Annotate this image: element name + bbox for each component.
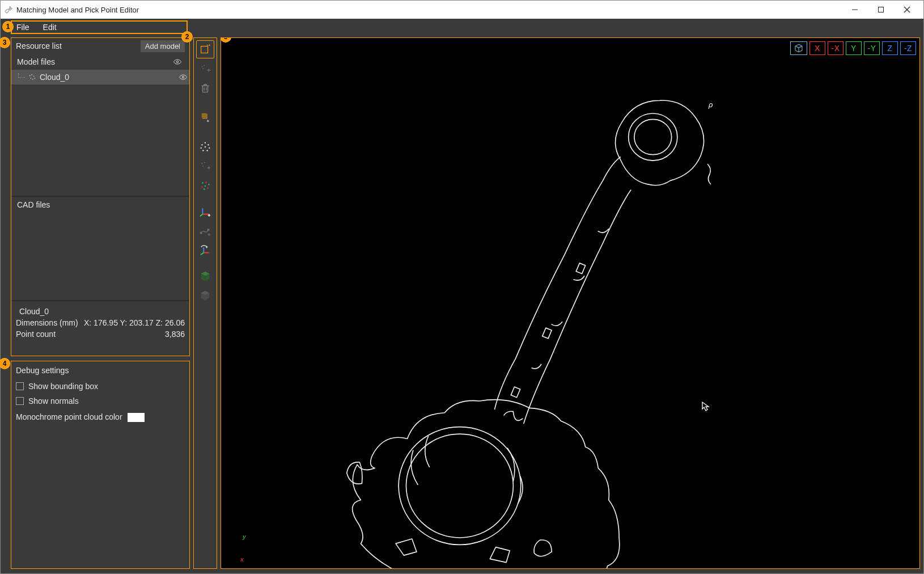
svg-point-6 [31, 74, 32, 75]
svg-rect-24 [202, 86, 207, 92]
svg-point-31 [205, 146, 206, 147]
tree-item-label: Cloud_0 [40, 73, 69, 82]
visibility-icon[interactable] [177, 73, 189, 82]
debug-title: Debug settings [16, 366, 185, 375]
svg-point-11 [182, 76, 184, 78]
show-normals-checkbox[interactable] [16, 397, 24, 405]
svg-point-35 [201, 163, 202, 164]
svg-rect-26 [202, 113, 206, 117]
rectangle-select-tool[interactable] [196, 40, 214, 58]
svg-point-44 [207, 187, 209, 189]
svg-point-43 [204, 188, 205, 190]
orient-frame-tool[interactable] [196, 241, 214, 259]
svg-point-4 [176, 61, 178, 62]
cad-files-section[interactable]: CAD files [11, 197, 189, 213]
dimensions-label: Dimensions (mm) [16, 318, 78, 327]
point-cloud-tool[interactable] [196, 138, 214, 156]
svg-point-45 [200, 232, 202, 234]
svg-point-48 [406, 434, 513, 538]
svg-point-21 [202, 66, 203, 67]
show-bbox-checkbox[interactable] [16, 382, 24, 390]
resource-list-title: Resource list [16, 41, 62, 50]
svg-point-47 [399, 427, 521, 545]
svg-point-28 [201, 144, 202, 145]
show-normals-label: Show normals [28, 396, 79, 406]
minimize-button[interactable] [842, 1, 868, 19]
callout-3: 3 [0, 37, 10, 48]
mono-color-label: Monochrome point cloud color [16, 412, 122, 421]
callout-1: 1 [2, 21, 14, 32]
point-count-label: Point count [16, 330, 56, 339]
window-title: Matching Model and Pick Point Editor [16, 6, 842, 14]
debug-panel: 4 Debug settings Show bounding box Show … [11, 361, 190, 569]
svg-point-8 [31, 78, 32, 79]
svg-point-40 [208, 184, 210, 185]
resource-panel: 3 Resource list Add model Model files [11, 37, 190, 356]
svg-point-10 [35, 78, 36, 79]
viewport[interactable]: 5 X -X Y -Y Z -Z [221, 37, 920, 569]
model-files-label: Model files [17, 57, 55, 66]
svg-point-46 [207, 229, 209, 231]
add-tool-disabled [196, 60, 214, 78]
cursor-icon [701, 401, 711, 411]
model-files-section[interactable]: Model files [11, 54, 189, 70]
svg-point-34 [206, 150, 207, 151]
svg-point-9 [32, 79, 33, 80]
point-count-value: 3,836 [165, 330, 185, 339]
svg-point-19 [209, 44, 210, 45]
selected-model-name: Cloud_0 [19, 307, 49, 316]
add-path-tool [196, 222, 214, 240]
toolbar: 2 [193, 37, 217, 569]
svg-point-27 [205, 142, 206, 143]
visibility-icon[interactable] [171, 57, 184, 66]
point-cloud-icon [28, 73, 36, 81]
mono-color-swatch[interactable] [128, 413, 145, 422]
svg-point-7 [33, 75, 35, 77]
show-bbox-label: Show bounding box [28, 382, 98, 391]
delete-tool[interactable] [196, 79, 214, 97]
callout-4: 4 [0, 358, 10, 369]
svg-point-29 [207, 144, 209, 145]
close-button[interactable] [894, 1, 920, 19]
add-model-tool[interactable] [196, 105, 214, 130]
svg-point-5 [29, 75, 31, 77]
svg-point-20 [207, 45, 208, 46]
svg-rect-1 [879, 7, 884, 12]
add-model-button[interactable]: Add model [141, 40, 185, 52]
cube-wire-tool[interactable] [196, 286, 214, 305]
svg-point-23 [202, 68, 204, 69]
cad-files-label: CAD files [17, 200, 50, 209]
menu-bar-region: File Edit [11, 20, 188, 34]
add-frame-tool[interactable] [196, 202, 214, 221]
tree-item-cloud0[interactable]: Cloud_0 [11, 70, 189, 85]
menu-edit[interactable]: Edit [40, 22, 60, 33]
svg-point-42 [205, 185, 206, 187]
stray-points-icon [704, 163, 714, 185]
svg-point-41 [201, 186, 203, 188]
title-bar: Matching Model and Pick Point Editor [1, 1, 923, 19]
maximize-button[interactable] [868, 1, 894, 19]
model-info: Cloud_0 Dimensions (mm) X: 176.95 Y: 203… [11, 301, 189, 344]
stray-points-icon: ρ [709, 100, 713, 109]
svg-point-32 [209, 147, 210, 149]
svg-point-49 [629, 113, 677, 161]
model-tree: Cloud_0 [11, 70, 189, 196]
svg-point-37 [202, 166, 204, 167]
cube-solid-tool[interactable] [196, 267, 214, 285]
wrench-icon [4, 5, 13, 14]
menu-file[interactable]: File [13, 22, 33, 33]
svg-point-39 [205, 182, 207, 183]
point-cloud-render [221, 38, 919, 568]
svg-point-36 [204, 162, 205, 163]
rgb-points-tool[interactable] [196, 176, 214, 195]
svg-point-50 [634, 119, 672, 154]
svg-point-22 [204, 65, 205, 66]
add-points-tool [196, 157, 214, 175]
cad-tree [11, 213, 189, 300]
svg-rect-18 [201, 47, 208, 53]
dimensions-value: X: 176.95 Y: 203.17 Z: 26.06 [84, 318, 185, 327]
callout-2: 2 [181, 31, 193, 43]
svg-point-38 [202, 182, 204, 184]
svg-point-30 [200, 147, 201, 149]
svg-point-33 [202, 150, 204, 151]
